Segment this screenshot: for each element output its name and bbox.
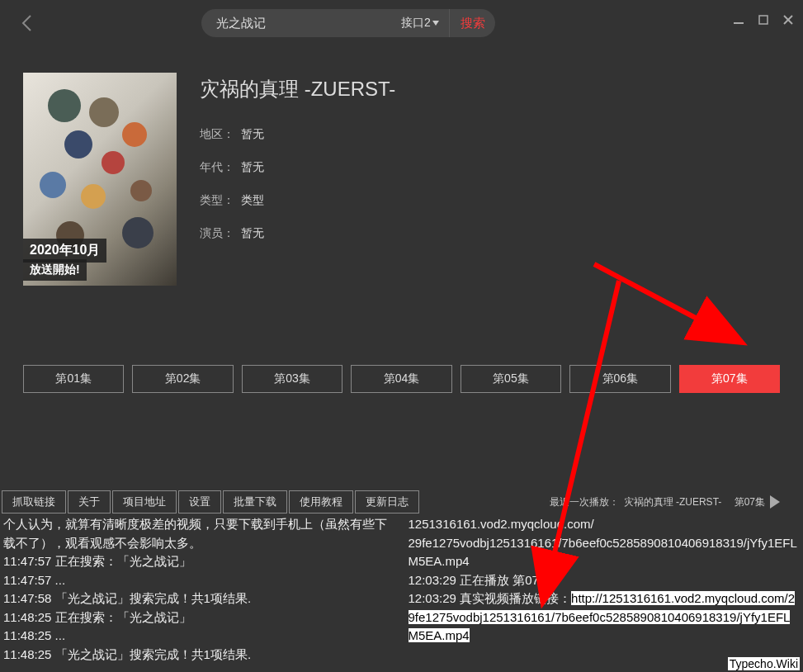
type-value: 类型 — [241, 193, 264, 206]
log-line: 1251316161.vod2.myqcloud.com/ — [409, 517, 594, 531]
tab-item[interactable]: 使用教程 — [289, 490, 353, 513]
recent-play-title: 灾祸的真理 -ZUERST- — [624, 495, 722, 509]
back-button[interactable] — [17, 13, 36, 33]
log-left: 个人认为，就算有清晰度极差的视频，只要下载到手机上（虽然有些下载不了），观看观感… — [0, 513, 402, 662]
episode-list: 第01集第02集第03集第04集第05集第06集第07集 — [0, 365, 803, 393]
log-line: 个人认为，就算有清晰度极差的视频，只要下载到手机上（虽然有些下载不了），观看观感… — [3, 515, 399, 552]
poster-image: 2020年10月 放送開始! — [23, 73, 177, 286]
log-line: 11:47:57 ... — [3, 571, 399, 590]
log-line: 29fe1275vodbj1251316161/7b6eef0c52858908… — [409, 536, 797, 569]
log-line: 11:48:25 「光之战记」搜索完成！共1项结果. — [3, 646, 399, 663]
tab-item[interactable]: 设置 — [178, 490, 221, 513]
type-label: 类型： — [200, 193, 234, 206]
log-line: 11:48:25 正在搜索：「光之战记」 — [3, 608, 399, 627]
region-label: 地区： — [200, 127, 234, 140]
interface-select[interactable]: 接口2 — [391, 9, 449, 37]
log-line: 11:47:58 「光之战记」搜索完成！共1项结果. — [3, 589, 399, 608]
chevron-down-icon — [432, 21, 439, 26]
episode-button[interactable]: 第03集 — [242, 365, 342, 393]
log-line: 11:48:25 ... — [3, 627, 399, 646]
log-line: 11:47:57 正在搜索：「光之战记」 — [3, 552, 399, 571]
tab-item[interactable]: 更新日志 — [355, 490, 419, 513]
tab-bar: 抓取链接关于项目地址设置批量下载使用教程更新日志 — [0, 490, 419, 513]
svg-marker-0 — [432, 21, 439, 26]
episode-button[interactable]: 第05集 — [461, 365, 561, 393]
episode-button[interactable]: 第06集 — [569, 365, 670, 393]
maximize-button[interactable] — [757, 13, 770, 26]
actor-label: 演员： — [200, 226, 234, 239]
search-input[interactable] — [201, 9, 391, 37]
year-value: 暂无 — [241, 160, 264, 173]
log-line: 12:03:29 正在播放 第07集 — [409, 573, 551, 587]
tab-item[interactable]: 关于 — [68, 490, 111, 513]
region-value: 暂无 — [241, 127, 264, 140]
year-label: 年代： — [200, 160, 234, 173]
log-line-prefix: 12:03:29 真实视频播放链接： — [409, 591, 572, 605]
recent-play-prefix: 最近一次播放： — [550, 495, 619, 509]
actor-value: 暂无 — [241, 226, 264, 239]
poster-caption-2: 放送開始! — [23, 259, 87, 281]
recent-play-episode: 第07集 — [735, 495, 765, 509]
episode-button[interactable]: 第02集 — [132, 365, 233, 393]
watermark: Typecho.Wiki — [728, 657, 800, 670]
episode-button[interactable]: 第04集 — [351, 365, 451, 393]
play-icon[interactable] — [770, 495, 780, 509]
svg-rect-2 — [759, 16, 768, 24]
search-bar: 接口2 搜索 — [201, 9, 495, 37]
tab-item[interactable]: 抓取链接 — [2, 490, 66, 513]
close-button[interactable] — [782, 13, 795, 26]
log-right: 1251316161.vod2.myqcloud.com/ 29fe1275vo… — [402, 513, 804, 662]
interface-label: 接口2 — [401, 16, 431, 31]
media-title: 灾祸的真理 -ZUERST- — [200, 76, 395, 102]
episode-button[interactable]: 第07集 — [679, 365, 780, 393]
minimize-button[interactable] — [732, 13, 745, 26]
tab-item[interactable]: 批量下载 — [223, 490, 287, 513]
search-button[interactable]: 搜索 — [449, 9, 495, 37]
episode-button[interactable]: 第01集 — [23, 365, 124, 393]
tab-item[interactable]: 项目地址 — [112, 490, 177, 513]
